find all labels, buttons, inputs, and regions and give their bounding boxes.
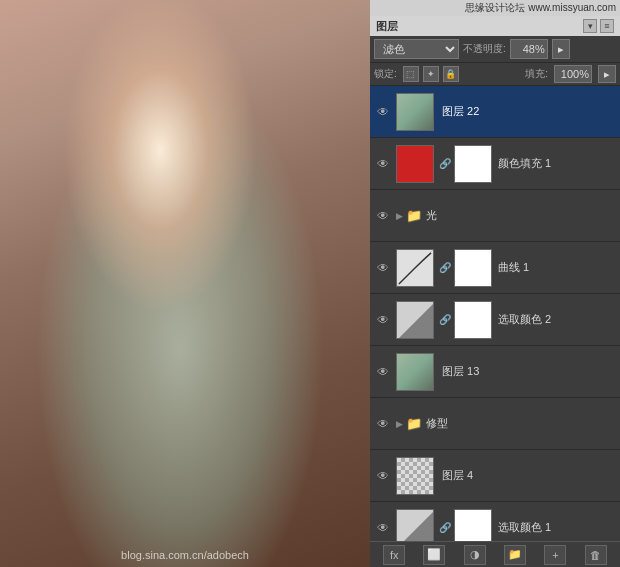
thumb-colorfill1: [396, 145, 434, 183]
lock-row: 锁定: ⬚ ✦ 🔒 填充: ▸: [370, 63, 620, 86]
thumb-girl-img: [397, 94, 433, 130]
eye-icon-selective2[interactable]: 👁: [374, 311, 392, 329]
layer-name-layer22: 图层 22: [442, 104, 616, 119]
link-icon-selective1: 🔗: [438, 522, 452, 533]
layer-info-group-light: 光: [422, 208, 616, 223]
panel-title-row: 图层 ▾ ≡: [370, 16, 620, 36]
layer-info-group-xiutype: 修型: [422, 416, 616, 431]
photo-figure: [0, 0, 370, 567]
expand-icon-group-light[interactable]: ▶: [392, 209, 406, 223]
thumb-mask-selective2: [454, 301, 492, 339]
layer-name-selective1: 选取颜色 1: [498, 520, 616, 535]
thumb-curve-img: [397, 250, 433, 286]
layer-item-layer4[interactable]: 👁 图层 4: [370, 450, 620, 502]
thumb-mask-colorfill1: [454, 145, 492, 183]
top-watermark-text: 思缘设计论坛 www.missyuan.com: [465, 1, 616, 15]
thumb-selective2-img: [397, 302, 433, 338]
layer-item-group-xiutype[interactable]: 👁 ▶ 📁 修型: [370, 398, 620, 450]
layer-name-curves1: 曲线 1: [498, 260, 616, 275]
thumb-white-mask-curves: [455, 250, 491, 286]
layer-item-layer22[interactable]: 👁 图层 22: [370, 86, 620, 138]
fill-arrow-btn[interactable]: ▸: [598, 65, 616, 83]
link-icon-colorfill1: 🔗: [438, 158, 452, 169]
opacity-input[interactable]: [510, 39, 548, 59]
eye-icon-group-xiutype[interactable]: 👁: [374, 415, 392, 433]
thumb-layer4: [396, 457, 434, 495]
layer-item-group-light[interactable]: 👁 ▶ 📁 光: [370, 190, 620, 242]
layer-info-layer13: 图层 13: [438, 364, 616, 379]
layer-info-layer4: 图层 4: [438, 468, 616, 483]
blend-mode-row: 滤色 正常 叠加 柔光 不透明度: ▸: [370, 36, 620, 63]
thumb-layer13: [396, 353, 434, 391]
eye-icon-layer22[interactable]: 👁: [374, 103, 392, 121]
adjustment-button[interactable]: ◑: [464, 545, 486, 565]
link-icon-selective2: 🔗: [438, 314, 452, 325]
layer-name-group-xiutype: 修型: [426, 416, 616, 431]
opacity-label: 不透明度:: [463, 42, 506, 56]
bottom-watermark: blog.sina.com.cn/adobech: [121, 549, 249, 561]
lock-icons-group: ⬚ ✦ 🔒: [403, 66, 459, 82]
layer-name-group-light: 光: [426, 208, 616, 223]
thumb-selective2: [396, 301, 434, 339]
thumb-layer13-img: [397, 354, 433, 390]
layers-toolbar: fx ⬜ ◑ 📁 + 🗑: [370, 541, 620, 567]
blend-mode-select[interactable]: 滤色 正常 叠加 柔光: [374, 39, 459, 59]
photo-canvas: blog.sina.com.cn/adobech: [0, 0, 370, 567]
layer-name-colorfill1: 颜色填充 1: [498, 156, 616, 171]
layer-item-colorfill1[interactable]: 👁 🔗 颜色填充 1: [370, 138, 620, 190]
mask-button[interactable]: ⬜: [423, 545, 445, 565]
expand-icon-group-xiutype[interactable]: ▶: [392, 417, 406, 431]
thumb-checker-img: [397, 458, 433, 494]
delete-layer-button[interactable]: 🗑: [585, 545, 607, 565]
layer-item-selective1[interactable]: 👁 🔗 选取颜色 1: [370, 502, 620, 541]
layer-name-layer4: 图层 4: [442, 468, 616, 483]
eye-icon-colorfill1[interactable]: 👁: [374, 155, 392, 173]
panel-menu-btn[interactable]: ≡: [600, 19, 614, 33]
thumb-white-mask: [455, 146, 491, 182]
layer-info-selective2: 选取颜色 2: [494, 312, 616, 327]
group-button[interactable]: 📁: [504, 545, 526, 565]
thumb-mask-selective1: [454, 509, 492, 542]
layers-panel: 思缘设计论坛 www.missyuan.com 图层 ▾ ≡ 滤色 正常 叠加 …: [370, 0, 620, 567]
eye-icon-layer4[interactable]: 👁: [374, 467, 392, 485]
layer-name-layer13: 图层 13: [442, 364, 616, 379]
folder-icon-group-xiutype: 📁: [406, 416, 422, 432]
thumb-layer22: [396, 93, 434, 131]
link-icon-curves1: 🔗: [438, 262, 452, 273]
thumb-curves1: [396, 249, 434, 287]
layer-info-selective1: 选取颜色 1: [494, 520, 616, 535]
lock-checkers-btn[interactable]: ⬚: [403, 66, 419, 82]
panel-collapse-btn[interactable]: ▾: [583, 19, 597, 33]
thumb-mask-curves1: [454, 249, 492, 287]
eye-icon-layer13[interactable]: 👁: [374, 363, 392, 381]
thumb-white-mask-sel2: [455, 302, 491, 338]
panel-title: 图层: [376, 19, 398, 34]
layer-info-curves1: 曲线 1: [494, 260, 616, 275]
layer-item-curves1[interactable]: 👁 🔗 曲线 1: [370, 242, 620, 294]
lock-all-btn[interactable]: 🔒: [443, 66, 459, 82]
panel-title-icons: ▾ ≡: [583, 19, 614, 33]
thumb-white-mask-sel1: [455, 510, 491, 542]
layer-info-layer22: 图层 22: [438, 104, 616, 119]
eye-icon-selective1[interactable]: 👁: [374, 519, 392, 537]
layers-list: 👁 图层 22 👁 🔗 颜色填充 1 👁 ▶: [370, 86, 620, 541]
fx-button[interactable]: fx: [383, 545, 405, 565]
folder-icon-group-light: 📁: [406, 208, 422, 224]
layer-name-selective2: 选取颜色 2: [498, 312, 616, 327]
thumb-selective1-img: [397, 510, 433, 542]
lock-label: 锁定:: [374, 67, 397, 81]
lock-move-btn[interactable]: ✦: [423, 66, 439, 82]
layer-info-colorfill1: 颜色填充 1: [494, 156, 616, 171]
layer-item-selective2[interactable]: 👁 🔗 选取颜色 2: [370, 294, 620, 346]
eye-icon-curves1[interactable]: 👁: [374, 259, 392, 277]
fill-label: 填充:: [525, 67, 548, 81]
top-watermark-bar: 思缘设计论坛 www.missyuan.com: [370, 0, 620, 16]
thumb-red-fill: [397, 146, 433, 182]
eye-icon-group-light[interactable]: 👁: [374, 207, 392, 225]
layer-item-layer13[interactable]: 👁 图层 13: [370, 346, 620, 398]
thumb-selective1: [396, 509, 434, 542]
new-layer-button[interactable]: +: [544, 545, 566, 565]
fill-input[interactable]: [554, 65, 592, 83]
opacity-arrow-btn[interactable]: ▸: [552, 39, 570, 59]
